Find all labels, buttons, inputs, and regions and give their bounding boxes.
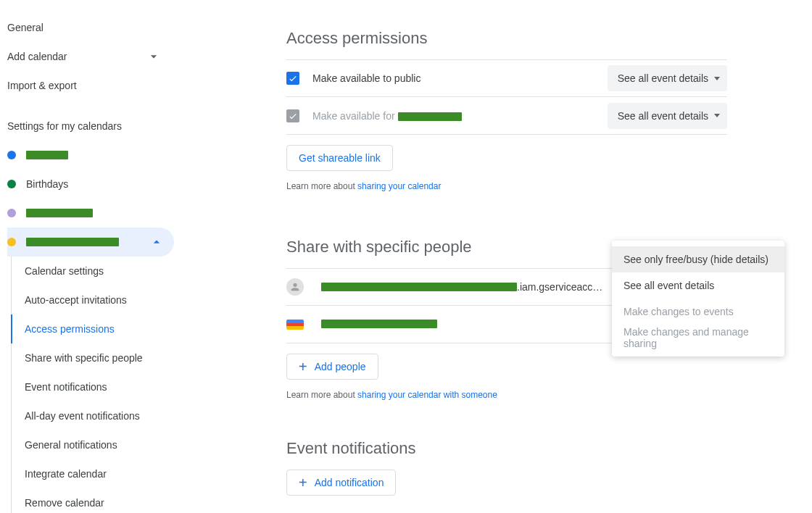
calendar-color-dot	[7, 151, 16, 159]
calendar-subnav: Calendar settings Auto-accept invitation…	[11, 256, 174, 513]
subnav-label: Auto-accept invitations	[25, 294, 127, 306]
sidebar-general[interactable]: General	[7, 13, 174, 42]
avatar-icon	[286, 278, 304, 296]
section-heading: Access permissions	[286, 29, 727, 48]
calendar-row[interactable]: Birthdays	[7, 170, 174, 199]
event-notifications-section: Event notifications + Add notification	[286, 439, 727, 496]
help-link[interactable]: sharing your calendar	[357, 181, 441, 191]
subnav-event-notifications[interactable]: Event notifications	[25, 372, 174, 401]
help-prefix: Learn more about	[286, 181, 357, 191]
chevron-up-icon	[149, 235, 164, 249]
permission-visibility-select[interactable]: See all event details	[608, 103, 727, 129]
subnav-label: Remove calendar	[25, 497, 104, 509]
permission-row-org: Make available for See all event details	[286, 97, 727, 135]
checkbox-org[interactable]	[286, 109, 299, 122]
share-email-suffix: .iam.gserviceacc…	[517, 281, 602, 293]
calendar-color-dot	[7, 238, 16, 246]
subnav-remove-calendar[interactable]: Remove calendar	[25, 488, 174, 513]
redacted-text	[26, 151, 68, 159]
subnav-allday-notifications[interactable]: All-day event notifications	[25, 401, 174, 430]
plus-icon: +	[299, 475, 307, 490]
dropdown-option-label: See only free/busy (hide details)	[624, 254, 768, 265]
service-account-icon	[286, 320, 304, 330]
calendar-row[interactable]	[7, 141, 174, 170]
dropdown-option-make-changes: Make changes to events	[612, 299, 784, 325]
dropdown-triangle-icon	[714, 77, 720, 80]
select-label: See all event details	[618, 110, 708, 122]
help-link[interactable]: sharing your calendar with someone	[357, 390, 497, 400]
share-email	[321, 319, 437, 330]
subnav-label: General notifications	[25, 439, 117, 451]
subnav-label: All-day event notifications	[25, 410, 140, 422]
redacted-text	[398, 112, 462, 121]
permission-visibility-select[interactable]: See all event details	[608, 65, 727, 91]
help-text: Learn more about sharing your calendar w…	[286, 390, 727, 400]
dropdown-option-label: Make changes and manage sharing	[624, 326, 773, 349]
subnav-general-notifications[interactable]: General notifications	[25, 430, 174, 459]
dropdown-option-label: See all event details	[624, 280, 714, 291]
sidebar-general-label: General	[7, 22, 44, 33]
subnav-calendar-settings[interactable]: Calendar settings	[25, 256, 174, 285]
check-icon	[288, 111, 298, 121]
section-heading: Event notifications	[286, 439, 727, 458]
subnav-label: Calendar settings	[25, 265, 104, 277]
dropdown-option-manage-sharing: Make changes and manage sharing	[612, 325, 784, 351]
calendar-list: Birthdays	[7, 141, 174, 256]
button-label: Add people	[315, 361, 366, 372]
permission-row-public: Make available to public See all event d…	[286, 59, 727, 97]
check-icon	[288, 73, 298, 83]
subnav-label: Event notifications	[25, 381, 107, 393]
sidebar-import-export-label: Import & export	[7, 80, 77, 91]
dropdown-option-freebusy[interactable]: See only free/busy (hide details)	[612, 246, 784, 272]
subnav-auto-accept[interactable]: Auto-accept invitations	[25, 285, 174, 314]
redacted-text	[26, 238, 119, 246]
button-label: Get shareable link	[299, 152, 381, 164]
chevron-down-icon	[146, 49, 161, 64]
add-people-button[interactable]: + Add people	[286, 354, 378, 380]
subnav-access-permissions[interactable]: Access permissions	[25, 314, 174, 343]
checkbox-public[interactable]	[286, 72, 299, 85]
calendar-row[interactable]	[7, 199, 174, 228]
redacted-text	[321, 283, 517, 291]
permission-label: Make available to public	[312, 72, 420, 84]
redacted-text	[321, 320, 437, 328]
subnav-share-people[interactable]: Share with specific people	[25, 343, 174, 372]
dropdown-option-all-details[interactable]: See all event details	[612, 272, 784, 299]
sidebar-add-calendar-label: Add calendar	[7, 51, 67, 62]
sidebar-section-title: Settings for my calendars	[7, 120, 174, 132]
permission-label-prefix: Make available for	[312, 110, 398, 122]
select-label: See all event details	[618, 72, 708, 84]
permission-dropdown-menu: See only free/busy (hide details) See al…	[612, 241, 784, 356]
calendar-label: Birthdays	[26, 178, 68, 190]
help-prefix: Learn more about	[286, 390, 357, 400]
get-shareable-link-button[interactable]: Get shareable link	[286, 145, 393, 171]
calendar-color-dot	[7, 180, 16, 188]
subnav-integrate-calendar[interactable]: Integrate calendar	[25, 459, 174, 488]
sidebar-import-export[interactable]: Import & export	[7, 71, 174, 100]
dropdown-triangle-icon	[714, 114, 720, 117]
help-text: Learn more about sharing your calendar	[286, 181, 727, 191]
button-label: Add notification	[315, 477, 384, 488]
plus-icon: +	[299, 359, 307, 374]
permission-label: Make available for	[312, 110, 462, 122]
person-icon	[289, 281, 301, 293]
redacted-text	[26, 209, 93, 217]
share-email: .iam.gserviceacc…	[321, 281, 602, 293]
sidebar-add-calendar[interactable]: Add calendar	[7, 42, 174, 71]
add-notification-button[interactable]: + Add notification	[286, 470, 396, 496]
access-permissions-section: Access permissions Make available to pub…	[286, 29, 727, 191]
dropdown-option-label: Make changes to events	[624, 306, 734, 317]
calendar-color-dot	[7, 209, 16, 217]
subnav-label: Access permissions	[25, 323, 115, 335]
subnav-label: Integrate calendar	[25, 468, 107, 480]
calendar-row-active[interactable]	[7, 228, 174, 256]
subnav-label: Share with specific people	[25, 352, 143, 364]
sidebar: General Add calendar Import & export Set…	[0, 0, 174, 513]
